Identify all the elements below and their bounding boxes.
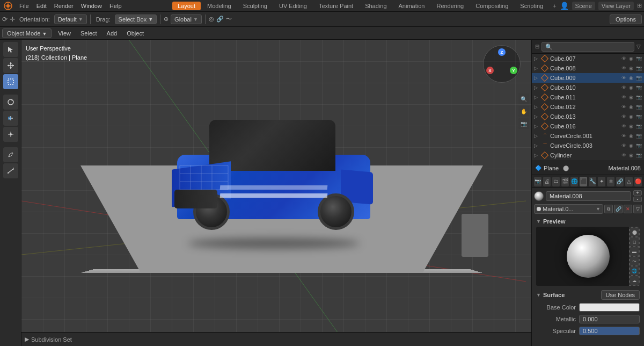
- snap-icon[interactable]: ⊕: [164, 16, 169, 23]
- outliner-item-cube012[interactable]: ▷ Cube.012 👁 ◉ 📷: [532, 102, 644, 112]
- node-link-btn[interactable]: 🔗: [614, 205, 623, 213]
- tab-scripting[interactable]: Scripting: [515, 2, 548, 10]
- eye-icon[interactable]: 👁: [620, 142, 627, 149]
- camera-restrict-icon[interactable]: 📷: [635, 142, 642, 149]
- material-props-btn[interactable]: 🔴: [634, 177, 642, 186]
- select-box-button[interactable]: Select Box ▼: [115, 15, 157, 24]
- camera-restrict-icon[interactable]: 📷: [635, 104, 642, 110]
- view-menu[interactable]: View: [55, 29, 74, 38]
- camera-icon[interactable]: 📷: [518, 118, 529, 129]
- snap-toggle[interactable]: 🔗: [216, 16, 224, 23]
- transform-icon[interactable]: ⟳: [2, 16, 8, 23]
- specular-value[interactable]: 0.500: [579, 327, 640, 335]
- pan-icon[interactable]: ✋: [518, 106, 529, 117]
- menu-file[interactable]: File: [16, 2, 32, 10]
- restrict-icon[interactable]: ◉: [628, 94, 634, 100]
- eye-icon[interactable]: 👁: [620, 55, 627, 62]
- preview-arrow[interactable]: ▼: [536, 219, 541, 224]
- outliner-item-cube010[interactable]: ▷ Cube.010 👁 ◉ 📷: [532, 83, 644, 92]
- preview-world-btn[interactable]: 🌐: [630, 266, 639, 275]
- node-copy-btn[interactable]: ⧉: [604, 205, 613, 213]
- outliner-item-curvecircle003[interactable]: ▷ ⌒ CurveCircle.003 👁 ◉ 📷: [532, 141, 644, 150]
- outliner-item-cube009[interactable]: ▷ Cube.009 👁 ◉ 📷: [532, 73, 644, 83]
- render-props-btn[interactable]: 📷: [534, 177, 541, 186]
- restrict-icon[interactable]: ◉: [628, 84, 634, 91]
- rotate-tool-btn[interactable]: [3, 95, 18, 110]
- eye-icon[interactable]: 👁: [620, 84, 627, 91]
- restrict-icon[interactable]: ◉: [628, 65, 634, 71]
- scene-selector[interactable]: Scene: [572, 2, 595, 10]
- output-props-btn[interactable]: 🖨: [543, 177, 551, 186]
- transform-dropdown[interactable]: Global ▼: [171, 15, 202, 24]
- eye-icon[interactable]: 👁: [620, 113, 627, 120]
- gizmo-x-axis[interactable]: X: [486, 67, 494, 74]
- view-layer-icons[interactable]: ⊞: [637, 2, 642, 9]
- outliner-item-curvecircle001[interactable]: ▷ ⌒ CurveCircle.001 👁 ◉ 📷: [532, 131, 644, 141]
- preview-scene-btn[interactable]: ☁: [630, 276, 639, 285]
- eye-icon[interactable]: 👁: [620, 133, 627, 139]
- restrict-icon[interactable]: ◉: [628, 75, 634, 81]
- tab-sculpting[interactable]: Sculpting: [238, 2, 273, 10]
- add-material-btn[interactable]: +: [633, 190, 642, 196]
- transform-all-btn[interactable]: [3, 127, 18, 142]
- options-button[interactable]: Options: [610, 15, 642, 24]
- camera-restrict-icon[interactable]: 📷: [635, 75, 642, 81]
- tab-rendering[interactable]: Rendering: [431, 2, 469, 10]
- tab-layout[interactable]: Layout: [172, 2, 201, 10]
- subdivision-button[interactable]: ▶ Subdivision Set: [25, 336, 72, 343]
- restrict-icon[interactable]: ◉: [628, 133, 634, 139]
- preview-cube-btn[interactable]: ◻: [630, 237, 639, 246]
- zoom-icon[interactable]: 🔍: [518, 93, 529, 104]
- select-menu[interactable]: Select: [77, 29, 100, 38]
- camera-restrict-icon[interactable]: 📷: [635, 152, 642, 158]
- object-props-btn[interactable]: ⬛: [580, 177, 587, 186]
- scale-tool-btn[interactable]: [3, 111, 18, 126]
- proportional-icon[interactable]: ◎: [209, 16, 214, 23]
- constraints-props-btn[interactable]: 🔗: [616, 177, 624, 186]
- camera-restrict-icon[interactable]: 📷: [635, 113, 642, 120]
- outliner-item-cube011[interactable]: ▷ Cube.011 👁 ◉ 📷: [532, 92, 644, 102]
- navigation-gizmo[interactable]: Z Y X: [483, 45, 526, 88]
- camera-restrict-icon[interactable]: 📷: [635, 55, 642, 62]
- view-layer-selector[interactable]: View Layer: [598, 2, 634, 10]
- menu-help[interactable]: Help: [106, 2, 125, 10]
- surface-arrow[interactable]: ▼: [536, 292, 541, 298]
- cursor-tool-btn[interactable]: [3, 42, 18, 57]
- node-filter-btn[interactable]: ▽: [633, 205, 642, 213]
- eye-icon[interactable]: 👁: [620, 75, 627, 81]
- camera-restrict-icon[interactable]: 📷: [635, 84, 642, 91]
- use-nodes-button[interactable]: Use Nodes: [601, 290, 640, 300]
- restrict-icon[interactable]: ◉: [628, 113, 634, 120]
- tab-shading[interactable]: Shading: [360, 2, 392, 10]
- falloff-icon[interactable]: 〜: [226, 15, 232, 23]
- outliner-item-cube008[interactable]: ▷ Cube.008 👁 ◉ 📷: [532, 63, 644, 73]
- add-menu[interactable]: Add: [104, 29, 121, 38]
- preview-plane-btn[interactable]: ▬: [630, 247, 639, 256]
- menu-render[interactable]: Render: [51, 2, 77, 10]
- restrict-icon[interactable]: ◉: [628, 123, 634, 129]
- gizmo-z-axis[interactable]: Z: [498, 48, 506, 56]
- remove-material-btn[interactable]: -: [633, 197, 642, 202]
- avatar-icon[interactable]: 👤: [560, 2, 569, 10]
- object-mode-button[interactable]: Object Mode ▼: [2, 28, 52, 38]
- outliner-item-cube016[interactable]: ▷ Cube.016 👁 ◉ 📷: [532, 121, 644, 131]
- eye-icon[interactable]: 👁: [620, 123, 627, 129]
- measure-btn[interactable]: [3, 163, 18, 178]
- data-props-btn[interactable]: △: [625, 177, 633, 186]
- camera-restrict-icon[interactable]: 📷: [635, 94, 642, 100]
- outliner-item-cylinder[interactable]: ▷ Cylinder 👁 ◉ 📷: [532, 150, 644, 160]
- restrict-icon[interactable]: ◉: [628, 142, 634, 149]
- select-tool-btn[interactable]: [3, 74, 18, 89]
- preview-hair-btn[interactable]: 〜: [630, 257, 639, 265]
- restrict-icon[interactable]: ◉: [628, 104, 634, 110]
- gizmo-icon[interactable]: ✛: [10, 16, 15, 23]
- eye-icon[interactable]: 👁: [620, 104, 627, 110]
- material-slot-dropdown[interactable]: Material.0... ▼: [534, 204, 603, 214]
- eye-icon[interactable]: 👁: [620, 65, 627, 71]
- tab-texture-paint[interactable]: Texture Paint: [313, 2, 358, 10]
- menu-window[interactable]: Window: [78, 2, 105, 10]
- outliner-item-cube013[interactable]: ▷ Cube.013 👁 ◉ 📷: [532, 112, 644, 121]
- view-layer-props-btn[interactable]: 🗂: [552, 177, 560, 186]
- object-menu[interactable]: Object: [123, 29, 147, 38]
- metallic-value[interactable]: 0.000: [579, 315, 640, 323]
